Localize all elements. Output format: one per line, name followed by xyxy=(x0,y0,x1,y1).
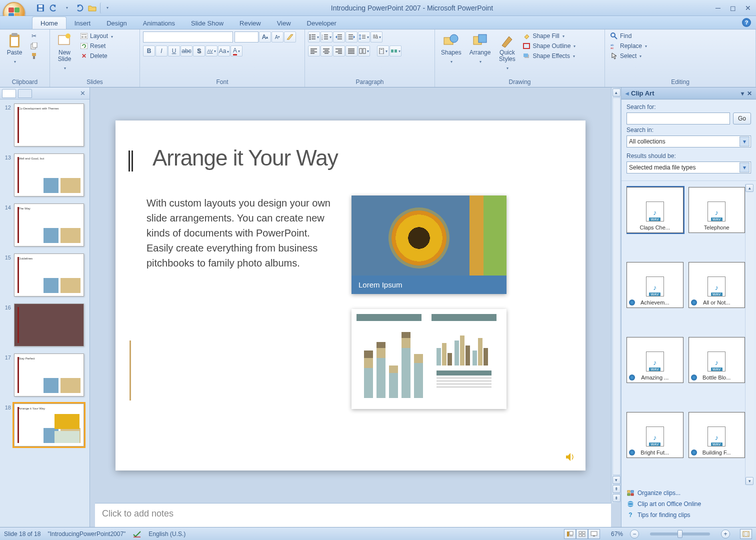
columns-button[interactable] xyxy=(358,46,370,56)
taskpane-menu[interactable]: ▾ xyxy=(741,90,744,97)
new-slide-button[interactable]: New Slide xyxy=(53,32,76,72)
align-center-button[interactable] xyxy=(320,46,332,56)
italic-button[interactable]: I xyxy=(156,46,168,56)
sorter-view-button[interactable] xyxy=(576,529,588,539)
language-status[interactable]: English (U.S.) xyxy=(148,530,186,538)
spellcheck-icon[interactable] xyxy=(132,530,142,538)
increase-indent-button[interactable] xyxy=(346,32,358,42)
decrease-indent-button[interactable] xyxy=(333,32,345,42)
slides-tab[interactable] xyxy=(2,89,16,98)
thumbnail-15[interactable]: 15 Guidelines xyxy=(2,254,88,296)
copy-button[interactable] xyxy=(28,42,40,50)
bold-button[interactable]: B xyxy=(143,46,155,56)
clipart-scrollbar[interactable]: ▴ ▾ xyxy=(745,184,754,485)
normal-view-button[interactable] xyxy=(564,529,576,539)
thumbnail-close[interactable]: ✕ xyxy=(78,90,88,97)
thumbnail-16[interactable]: 16 xyxy=(2,304,88,346)
find-button[interactable]: Find xyxy=(608,32,649,40)
align-text-button[interactable] xyxy=(377,46,389,56)
format-painter-button[interactable] xyxy=(28,52,40,60)
tab-design[interactable]: Design xyxy=(98,17,134,29)
open-icon[interactable] xyxy=(87,2,98,14)
shadow-button[interactable]: S xyxy=(193,46,205,56)
thumbnail-12[interactable]: 12 Co-Development with Themes xyxy=(2,104,88,146)
scroll-down[interactable]: ▾ xyxy=(612,476,620,484)
organize-clips-link[interactable]: Organize clips... xyxy=(626,489,751,497)
font-family-select[interactable] xyxy=(143,32,233,42)
font-size-select[interactable] xyxy=(234,32,258,42)
clip-item-1[interactable]: WAV Telephone xyxy=(688,187,746,233)
clip-item-0[interactable]: WAV Claps Che... xyxy=(626,187,684,233)
layout-button[interactable]: Layout xyxy=(78,32,115,40)
shape-fill-button[interactable]: Shape Fill xyxy=(520,32,578,40)
clear-format-button[interactable] xyxy=(284,32,296,42)
taskpane-close[interactable]: ✕ xyxy=(747,90,752,97)
clip-item-3[interactable]: WAV All or Not... xyxy=(688,262,746,308)
tab-slideshow[interactable]: Slide Show xyxy=(183,17,232,29)
prev-slide[interactable]: ⇞ xyxy=(612,485,620,493)
outline-tab[interactable] xyxy=(18,89,32,98)
justify-button[interactable] xyxy=(346,46,358,56)
align-left-button[interactable] xyxy=(308,46,320,56)
clip-item-2[interactable]: WAV Achievem... xyxy=(626,262,684,308)
strike-button[interactable]: abc xyxy=(180,46,192,56)
maximize-button[interactable]: ◻ xyxy=(728,4,738,12)
results-select[interactable]: Selected media file types xyxy=(626,162,751,174)
minimize-button[interactable]: ─ xyxy=(713,4,723,12)
slide-scrollbar[interactable]: ▴ ▾ ⇞ ⇟ xyxy=(611,88,621,503)
shape-outline-button[interactable]: Shape Outline xyxy=(520,42,578,50)
cut-button[interactable]: ✂ xyxy=(28,32,40,40)
numbering-button[interactable]: 123 xyxy=(320,32,332,42)
qat-customize[interactable] xyxy=(100,2,111,14)
undo-icon[interactable] xyxy=(48,2,59,14)
clip-item-5[interactable]: WAV Bottle Blo... xyxy=(688,337,746,383)
thumbnail-13[interactable]: 13 Well and Good, but xyxy=(2,154,88,196)
quick-styles-button[interactable]: Quick Styles xyxy=(496,32,518,72)
shrink-font-button[interactable]: A▾ xyxy=(272,32,284,42)
search-in-select[interactable]: All collections xyxy=(626,136,751,148)
redo-icon[interactable] xyxy=(74,2,85,14)
scroll-up[interactable]: ▴ xyxy=(612,88,620,96)
tab-home[interactable]: Home xyxy=(32,16,66,29)
fit-window-button[interactable] xyxy=(740,529,752,539)
underline-button[interactable]: U xyxy=(168,46,180,56)
zoom-slider[interactable] xyxy=(650,532,710,536)
align-right-button[interactable] xyxy=(333,46,345,56)
clip-item-6[interactable]: WAV Bright Fut... xyxy=(626,412,684,458)
help-button[interactable]: ? xyxy=(742,18,751,27)
close-button[interactable]: ✕ xyxy=(743,4,753,12)
sound-icon[interactable] xyxy=(564,452,576,462)
slide-canvas[interactable]: Arrange it Your Way With custom layouts … xyxy=(116,120,586,470)
tab-view[interactable]: View xyxy=(269,17,299,29)
save-icon[interactable] xyxy=(35,2,46,14)
zoom-percent[interactable]: 67% xyxy=(611,530,623,538)
shape-effects-button[interactable]: Shape Effects xyxy=(520,52,578,60)
clip-item-7[interactable]: WAV Building F... xyxy=(688,412,746,458)
zoom-in-button[interactable]: + xyxy=(721,530,730,538)
grow-font-button[interactable]: A▴ xyxy=(259,32,271,42)
tab-animations[interactable]: Animations xyxy=(135,17,183,29)
tips-link[interactable]: ?Tips for finding clips xyxy=(626,511,751,519)
thumbnail-18[interactable]: 18 Arrange it Your Way xyxy=(2,404,88,446)
go-button[interactable]: Go xyxy=(733,112,751,124)
reset-button[interactable]: Reset xyxy=(78,42,115,50)
bullets-button[interactable] xyxy=(308,32,320,42)
clip-item-4[interactable]: WAV Amazing ... xyxy=(626,337,684,383)
slideshow-view-button[interactable] xyxy=(588,529,600,539)
arrange-button[interactable]: Arrange xyxy=(466,32,494,66)
thumbnail-17[interactable]: 17 Stay Perfect xyxy=(2,354,88,396)
tab-developer[interactable]: Developer xyxy=(299,17,344,29)
delete-button[interactable]: ✕Delete xyxy=(78,52,115,60)
zoom-out-button[interactable]: − xyxy=(630,530,639,538)
change-case-button[interactable]: Aa xyxy=(218,46,230,56)
notes-pane[interactable]: Click to add notes xyxy=(95,503,611,527)
line-spacing-button[interactable] xyxy=(358,32,370,42)
next-slide[interactable]: ⇟ xyxy=(612,494,620,502)
tab-review[interactable]: Review xyxy=(232,17,269,29)
char-spacing-button[interactable]: AV xyxy=(206,46,218,56)
undo-dropdown[interactable] xyxy=(61,2,72,14)
smartart-button[interactable] xyxy=(390,46,402,56)
tab-insert[interactable]: Insert xyxy=(66,17,99,29)
clipart-search-input[interactable] xyxy=(626,112,730,124)
scroll-track[interactable] xyxy=(612,98,620,475)
